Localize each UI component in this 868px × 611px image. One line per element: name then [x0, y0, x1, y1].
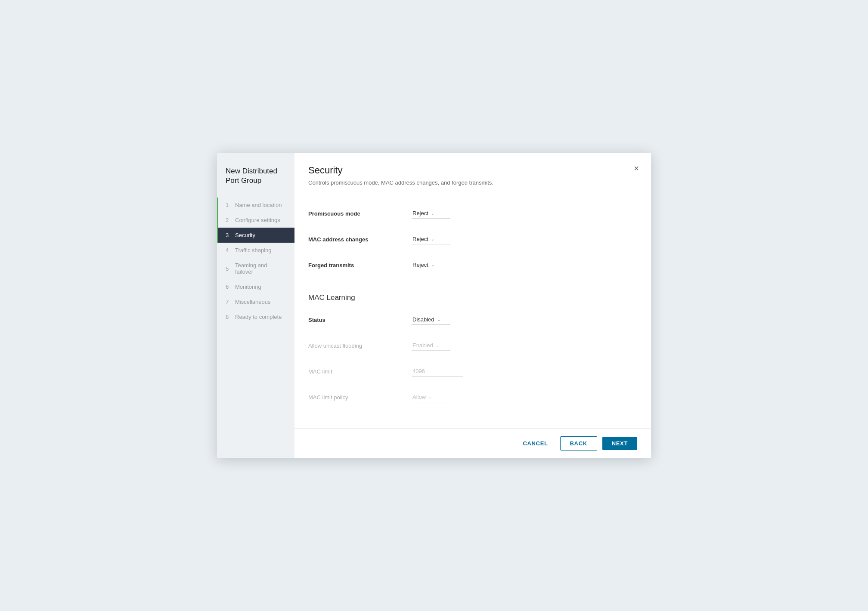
- dropdown-mac-address-value: Reject: [412, 236, 428, 242]
- dropdown-mac-limit-policy[interactable]: Allow ⌄: [412, 392, 450, 402]
- label-mac-limit: MAC limit: [308, 368, 412, 375]
- sidebar-item-2[interactable]: 2 Configure settings: [217, 213, 294, 228]
- step-num-2: 2: [226, 217, 232, 223]
- sidebar-item-4[interactable]: 4 Traffic shaping: [217, 243, 294, 258]
- input-mac-limit[interactable]: [412, 366, 463, 376]
- dropdown-unicast-value: Enabled: [412, 342, 433, 349]
- mac-learning-heading: MAC Learning: [308, 293, 637, 302]
- dropdown-status[interactable]: Disabled ⌄: [412, 315, 450, 325]
- form-row-forged-transmits: Forged transmits Reject ⌄: [308, 257, 637, 273]
- sidebar-item-8[interactable]: 8 Ready to complete: [217, 309, 294, 324]
- step-num-6: 6: [226, 284, 232, 290]
- control-status: Disabled ⌄: [412, 315, 637, 325]
- content-title: Security: [308, 165, 637, 176]
- label-forged-transmits: Forged transmits: [308, 262, 412, 268]
- section-divider: [308, 283, 637, 283]
- sidebar-item-1[interactable]: 1 Name and location: [217, 197, 294, 213]
- sidebar-item-6[interactable]: 6 Monitoring: [217, 279, 294, 294]
- step-label-7: Miscellaneous: [235, 299, 270, 305]
- dropdown-status-value: Disabled: [412, 316, 434, 323]
- step-num-7: 7: [226, 299, 232, 305]
- dropdown-mac-address-changes[interactable]: Reject ⌄: [412, 234, 450, 244]
- content-header: Security Controls promiscuous mode, MAC …: [294, 153, 651, 193]
- control-mac-limit-policy: Allow ⌄: [412, 392, 637, 402]
- sidebar-item-5[interactable]: 5 Teaming and failover: [217, 258, 294, 279]
- chevron-down-icon: ⌄: [436, 343, 439, 348]
- step-num-1: 1: [226, 202, 232, 208]
- step-num-5: 5: [226, 265, 232, 272]
- chevron-down-icon: ⌄: [431, 237, 434, 241]
- back-button[interactable]: BACK: [560, 436, 597, 451]
- form-row-status: Status Disabled ⌄: [308, 312, 637, 328]
- step-label-5: Teaming and failover: [235, 262, 286, 275]
- control-mac-limit: [412, 366, 637, 376]
- step-label-1: Name and location: [235, 202, 282, 208]
- chevron-down-icon: ⌄: [428, 395, 432, 399]
- dropdown-forged-value: Reject: [412, 262, 428, 268]
- step-label-6: Monitoring: [235, 284, 261, 290]
- form-row-mac-address-changes: MAC address changes Reject ⌄: [308, 231, 637, 247]
- close-button[interactable]: ×: [632, 162, 641, 174]
- control-promiscuous-mode: Reject ⌄: [412, 208, 637, 219]
- next-button[interactable]: NEXT: [602, 437, 637, 450]
- sidebar-item-7[interactable]: 7 Miscellaneous: [217, 294, 294, 309]
- dropdown-promiscuous-mode[interactable]: Reject ⌄: [412, 208, 450, 219]
- chevron-down-icon: ⌄: [437, 317, 440, 322]
- control-forged-transmits: Reject ⌄: [412, 260, 637, 270]
- dialog: New Distributed Port Group 1 Name and lo…: [217, 153, 651, 458]
- label-mac-limit-policy: MAC limit policy: [308, 394, 412, 401]
- label-allow-unicast-flooding: Allow unicast flooding: [308, 343, 412, 349]
- cancel-button[interactable]: CANCEL: [516, 437, 555, 450]
- step-label-3: Security: [235, 232, 255, 238]
- step-num-3: 3: [226, 232, 232, 238]
- content-subtitle: Controls promiscuous mode, MAC address c…: [308, 179, 637, 186]
- chevron-down-icon: ⌄: [431, 211, 434, 216]
- dialog-footer: CANCEL BACK NEXT: [294, 428, 651, 458]
- form-row-unicast-flooding: Allow unicast flooding Enabled ⌄: [308, 337, 637, 354]
- step-num-4: 4: [226, 247, 232, 253]
- dropdown-unicast-flooding[interactable]: Enabled ⌄: [412, 340, 450, 351]
- label-status: Status: [308, 317, 412, 323]
- dropdown-mac-limit-policy-value: Allow: [412, 394, 426, 400]
- sidebar-item-3[interactable]: 3 Security: [217, 228, 294, 243]
- dialog-title: New Distributed Port Group: [217, 167, 294, 197]
- chevron-down-icon: ⌄: [431, 262, 434, 267]
- control-unicast-flooding: Enabled ⌄: [412, 340, 637, 351]
- dropdown-promiscuous-value: Reject: [412, 210, 428, 216]
- form-row-mac-limit-policy: MAC limit policy Allow ⌄: [308, 389, 637, 405]
- control-mac-address-changes: Reject ⌄: [412, 234, 637, 244]
- step-num-8: 8: [226, 314, 232, 320]
- step-label-2: Configure settings: [235, 217, 280, 223]
- content-body: Promiscuous mode Reject ⌄ MAC address ch…: [294, 193, 651, 428]
- label-promiscuous-mode: Promiscuous mode: [308, 210, 412, 217]
- step-label-4: Traffic shaping: [235, 247, 272, 253]
- form-row-mac-limit: MAC limit: [308, 363, 637, 380]
- form-row-promiscuous: Promiscuous mode Reject ⌄: [308, 205, 637, 222]
- dropdown-forged-transmits[interactable]: Reject ⌄: [412, 260, 450, 270]
- step-label-8: Ready to complete: [235, 314, 282, 320]
- content-panel: Security Controls promiscuous mode, MAC …: [294, 153, 651, 458]
- label-mac-address-changes: MAC address changes: [308, 236, 412, 243]
- sidebar: New Distributed Port Group 1 Name and lo…: [217, 153, 294, 458]
